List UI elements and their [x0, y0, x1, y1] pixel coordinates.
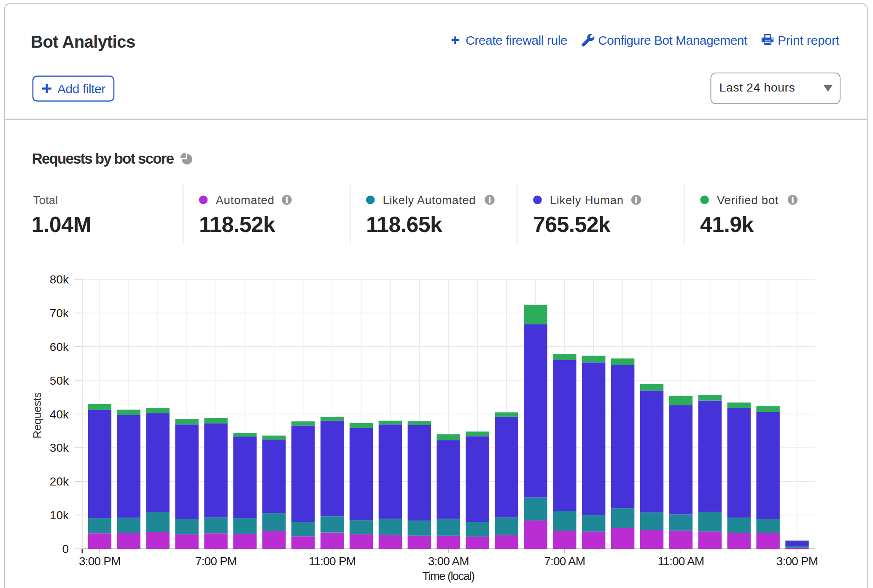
svg-text:Automated: Automated [216, 194, 275, 207]
svg-text:765.52k: 765.52k [533, 212, 611, 237]
svg-text:80k: 80k [50, 273, 69, 286]
svg-text:3:00 PM: 3:00 PM [79, 555, 121, 568]
svg-text:Likely Human: Likely Human [550, 194, 624, 207]
svg-text:11:00 AM: 11:00 AM [657, 555, 704, 568]
svg-text:7:00 AM: 7:00 AM [544, 555, 585, 568]
svg-text:Requests by bot score: Requests by bot score [32, 150, 174, 167]
svg-text:10k: 10k [50, 509, 69, 522]
svg-text:11:00 PM: 11:00 PM [309, 555, 356, 568]
svg-text:Likely Automated: Likely Automated [383, 194, 476, 207]
svg-text:Create firewall rule: Create firewall rule [466, 33, 567, 47]
svg-text:41.9k: 41.9k [700, 212, 754, 237]
svg-text:Configure Bot Management: Configure Bot Management [598, 33, 748, 47]
svg-text:60k: 60k [50, 340, 69, 353]
svg-text:3:00 PM: 3:00 PM [776, 555, 818, 568]
svg-text:Total: Total [33, 194, 58, 207]
svg-text:1.04M: 1.04M [32, 212, 92, 237]
svg-text:3:00 AM: 3:00 AM [428, 555, 469, 568]
svg-text:40k: 40k [50, 408, 69, 421]
svg-text:7:00 PM: 7:00 PM [195, 555, 237, 568]
svg-text:50k: 50k [50, 374, 69, 387]
svg-text:Last 24 hours: Last 24 hours [719, 81, 795, 94]
svg-text:20k: 20k [50, 475, 69, 488]
svg-text:Verified bot: Verified bot [717, 194, 779, 207]
svg-text:0: 0 [62, 542, 69, 556]
svg-text:70k: 70k [50, 307, 69, 320]
svg-text:Bot Analytics: Bot Analytics [31, 32, 135, 51]
svg-text:118.52k: 118.52k [199, 212, 275, 237]
svg-text:118.65k: 118.65k [366, 212, 442, 237]
svg-text:Requests: Requests [31, 392, 43, 439]
svg-text:30k: 30k [50, 441, 69, 454]
svg-text:Time (local): Time (local) [422, 570, 474, 583]
svg-text:Add filter: Add filter [57, 82, 105, 96]
svg-text:Print report: Print report [778, 33, 840, 47]
